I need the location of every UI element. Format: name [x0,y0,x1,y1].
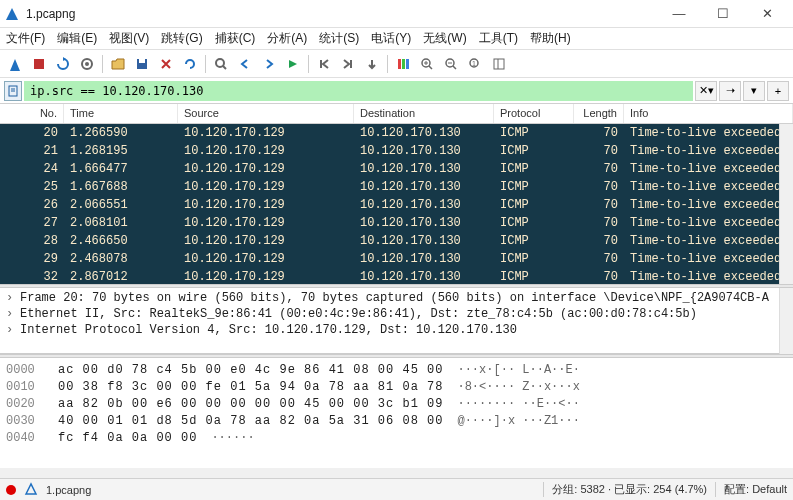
detail-ip: ›Internet Protocol Version 4, Src: 10.12… [0,322,793,338]
titlebar: 1.pcapng — ☐ ✕ [0,0,793,28]
expand-icon[interactable]: › [6,307,20,321]
svg-point-2 [85,62,89,66]
apply-filter-button[interactable]: ➝ [719,81,741,101]
svg-rect-8 [402,59,405,69]
packet-list-pane: No. Time Source Destination Protocol Len… [0,104,793,284]
detail-ethernet: ›Ethernet II, Src: RealtekS_9e:86:41 (00… [0,306,793,322]
toolbar: 1 [0,50,793,78]
menu-capture[interactable]: 捕获(C) [215,30,256,47]
go-back-button[interactable] [234,53,256,75]
separator [308,55,309,73]
hex-row[interactable]: 0020aa 82 0b 00 e6 00 00 00 00 00 45 00 … [6,396,787,413]
svg-rect-4 [139,59,145,63]
menu-tools[interactable]: 工具(T) [479,30,518,47]
menu-telephony[interactable]: 电话(Y) [371,30,411,47]
table-row[interactable]: 211.26819510.120.170.12910.120.170.130IC… [0,142,793,160]
hex-row[interactable]: 001000 38 f8 3c 00 00 fe 01 5a 94 0a 78 … [6,379,787,396]
restart-capture-button[interactable] [52,53,74,75]
table-row[interactable]: 292.46807810.120.170.12910.120.170.130IC… [0,250,793,268]
col-no[interactable]: No. [0,104,64,123]
menu-go[interactable]: 跳转(G) [161,30,202,47]
zoom-in-button[interactable] [416,53,438,75]
stop-capture-button[interactable] [28,53,50,75]
zoom-out-button[interactable] [440,53,462,75]
status-file: 1.pcapng [46,484,91,496]
go-last-button[interactable] [337,53,359,75]
expand-icon[interactable]: › [6,323,20,337]
capture-options-button[interactable] [76,53,98,75]
table-row[interactable]: 251.66768810.120.170.12910.120.170.130IC… [0,178,793,196]
start-capture-button[interactable] [4,53,26,75]
app-logo-icon [4,6,20,22]
find-packet-button[interactable] [210,53,232,75]
col-length[interactable]: Length [574,104,624,123]
menu-view[interactable]: 视图(V) [109,30,149,47]
hex-row[interactable]: 0000ac 00 d0 78 c4 5b 00 e0 4c 9e 86 41 … [6,362,787,379]
hex-row[interactable]: 0040fc f4 0a 0a 00 00······ [6,430,787,447]
close-button[interactable]: ✕ [745,0,789,28]
menu-edit[interactable]: 编辑(E) [57,30,97,47]
table-row[interactable]: 241.66647710.120.170.12910.120.170.130IC… [0,160,793,178]
hex-row[interactable]: 003040 00 01 01 d8 5d 0a 78 aa 82 0a 5a … [6,413,787,430]
display-filter-input[interactable] [24,81,693,101]
details-scrollbar[interactable] [779,288,793,354]
col-protocol[interactable]: Protocol [494,104,574,123]
filter-history-button[interactable]: ▾ [743,81,765,101]
separator [102,55,103,73]
reload-button[interactable] [179,53,201,75]
packet-list-header[interactable]: No. Time Source Destination Protocol Len… [0,104,793,124]
zoom-reset-button[interactable]: 1 [464,53,486,75]
table-row[interactable]: 262.06655110.120.170.12910.120.170.130IC… [0,196,793,214]
close-file-button[interactable] [155,53,177,75]
expand-icon[interactable]: › [6,291,20,305]
table-row[interactable]: 322.86701210.120.170.12910.120.170.130IC… [0,268,793,284]
svg-rect-0 [34,59,44,69]
detail-frame: ›Frame 20: 70 bytes on wire (560 bits), … [0,290,793,306]
filter-bookmark-icon[interactable] [4,81,22,101]
capture-chip-icon[interactable] [24,482,38,498]
save-file-button[interactable] [131,53,153,75]
clear-filter-button[interactable]: ✕▾ [695,81,717,101]
col-source[interactable]: Source [178,104,354,123]
packet-list-body[interactable]: 201.26659010.120.170.12910.120.170.130IC… [0,124,793,284]
table-row[interactable]: 272.06810110.120.170.12910.120.170.130IC… [0,214,793,232]
resize-columns-button[interactable] [488,53,510,75]
separator [387,55,388,73]
menu-file[interactable]: 文件(F) [6,30,45,47]
svg-line-6 [223,66,226,69]
col-destination[interactable]: Destination [354,104,494,123]
status-profile[interactable]: 配置: Default [715,482,787,497]
col-time[interactable]: Time [64,104,178,123]
svg-rect-19 [494,59,504,69]
statusbar: 1.pcapng 分组: 5382 · 已显示: 254 (4.7%) 配置: … [0,478,793,500]
minimize-button[interactable]: — [657,0,701,28]
go-forward-button[interactable] [258,53,280,75]
maximize-button[interactable]: ☐ [701,0,745,28]
colorize-button[interactable] [392,53,414,75]
packet-bytes-pane[interactable]: 0000ac 00 d0 78 c4 5b 00 e0 4c 9e 86 41 … [0,358,793,468]
expert-info-icon[interactable] [6,485,16,495]
svg-point-5 [216,59,224,67]
packet-details-pane[interactable]: ›Frame 20: 70 bytes on wire (560 bits), … [0,288,793,354]
go-to-packet-button[interactable] [282,53,304,75]
window-title: 1.pcapng [26,7,657,21]
packet-list-scrollbar[interactable] [779,124,793,284]
svg-text:1: 1 [472,60,476,67]
separator [205,55,206,73]
table-row[interactable]: 201.26659010.120.170.12910.120.170.130IC… [0,124,793,142]
table-row[interactable]: 282.46665010.120.170.12910.120.170.130IC… [0,232,793,250]
menu-analyze[interactable]: 分析(A) [267,30,307,47]
svg-line-11 [429,66,432,69]
menu-wireless[interactable]: 无线(W) [423,30,466,47]
open-file-button[interactable] [107,53,129,75]
auto-scroll-button[interactable] [361,53,383,75]
svg-line-15 [453,66,456,69]
go-first-button[interactable] [313,53,335,75]
col-info[interactable]: Info [624,104,793,123]
filter-bar: ✕▾ ➝ ▾ + [0,78,793,104]
menu-statistics[interactable]: 统计(S) [319,30,359,47]
menu-help[interactable]: 帮助(H) [530,30,571,47]
status-packets: 分组: 5382 · 已显示: 254 (4.7%) [543,482,707,497]
menubar: 文件(F) 编辑(E) 视图(V) 跳转(G) 捕获(C) 分析(A) 统计(S… [0,28,793,50]
add-filter-button[interactable]: + [767,81,789,101]
